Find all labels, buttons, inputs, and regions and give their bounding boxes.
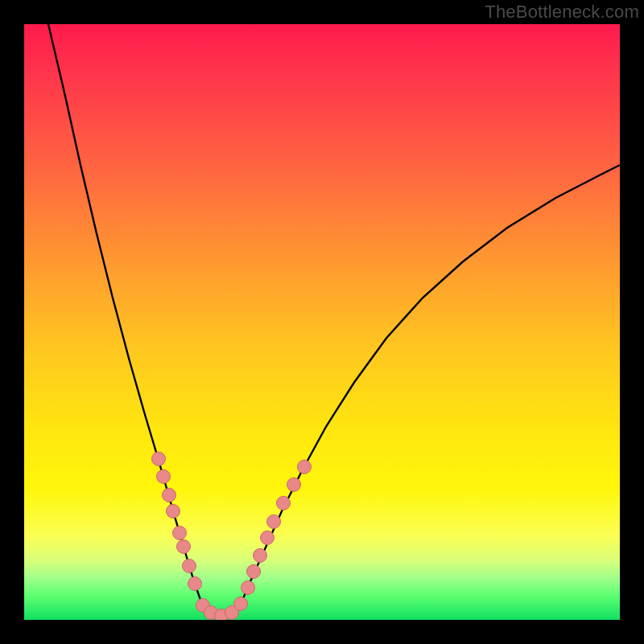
curve-svg xyxy=(24,24,620,620)
marker-dot xyxy=(173,526,187,540)
marker-dot xyxy=(157,470,171,484)
marker-dot xyxy=(183,559,196,573)
marker-dot xyxy=(298,460,312,474)
marker-dot xyxy=(287,478,301,492)
marker-dot xyxy=(163,489,176,502)
marker-dot xyxy=(261,531,275,545)
marker-dot xyxy=(242,581,255,595)
marker-dot xyxy=(254,549,267,563)
marker-dot xyxy=(267,515,281,529)
watermark-text: TheBottleneck.com xyxy=(485,2,639,23)
marker-dot xyxy=(277,497,291,510)
marker-dot xyxy=(152,452,166,466)
gradient-plot-area xyxy=(24,24,620,620)
marker-dot xyxy=(177,540,191,554)
marker-dot xyxy=(188,577,202,591)
marker-dot xyxy=(167,505,180,518)
bottleneck-curve xyxy=(48,24,620,616)
marker-dot xyxy=(247,565,261,579)
marker-dot xyxy=(234,597,248,611)
chart-frame: TheBottleneck.com xyxy=(0,0,644,644)
marker-group xyxy=(152,452,312,621)
